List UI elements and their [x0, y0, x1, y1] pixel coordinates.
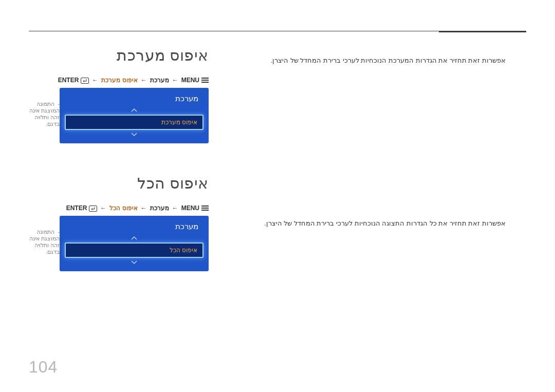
- section-system-reset: איפוס מערכת MENU ← מערכת ← איפוס מערכת ←…: [29, 46, 209, 143]
- enter-icon: [89, 204, 97, 212]
- note-2-text: התמונה המוצגת אינה זהה ותלויה בדגם.: [29, 229, 60, 255]
- section-2-description-block: אפשרות זאת תחזיר את כל הגדרות התצוגה הנו…: [209, 214, 506, 227]
- section-1-description-block: אפשרות זאת תחזיר את הגדרות המערכת הנוכחי…: [209, 51, 506, 64]
- breadcrumb-menu-label: MENU: [181, 77, 199, 84]
- breadcrumb-part1: מערכת: [150, 77, 169, 84]
- osd-1-up-arrow[interactable]: [65, 106, 203, 114]
- top-divider-accent: [439, 31, 526, 32]
- breadcrumb-arrow-2c: ←: [99, 204, 107, 212]
- svg-rect-0: [201, 78, 209, 79]
- breadcrumb-arrow-2b: ←: [140, 204, 148, 212]
- breadcrumb-part1: מערכת: [150, 204, 169, 212]
- breadcrumb-arrow-1a: ←: [171, 77, 179, 84]
- svg-rect-5: [201, 208, 209, 209]
- note-1-text: התמונה המוצגת אינה זהה ותלויה בדגם.: [29, 101, 60, 127]
- page-number: 104: [29, 358, 58, 377]
- breadcrumb-highlight: איפוס הכל: [109, 204, 137, 212]
- svg-rect-6: [201, 210, 209, 211]
- content-row: אפשרות זאת תחזיר את הגדרות המערכת הנוכחי…: [29, 46, 526, 302]
- breadcrumb-enter-label: ENTER: [58, 77, 79, 84]
- section-2-description: אפשרות זאת תחזיר את כל הגדרות התצוגה הנו…: [209, 219, 506, 227]
- svg-rect-2: [201, 82, 209, 83]
- osd-1-item[interactable]: איפוס מערכת: [65, 115, 203, 130]
- menu-icon: [201, 206, 209, 211]
- breadcrumb-highlight: איפוס מערכת: [101, 77, 137, 84]
- osd-2-title: מערכת: [65, 221, 203, 234]
- breadcrumb-arrow-2a: ←: [171, 204, 179, 212]
- page: אפשרות זאת תחזיר את הגדרות המערכת הנוכחי…: [0, 0, 555, 392]
- section-1-description: אפשרות זאת תחזיר את הגדרות המערכת הנוכחי…: [209, 57, 506, 64]
- svg-rect-7: [89, 206, 97, 211]
- osd-2-up-arrow[interactable]: [65, 234, 203, 241]
- osd-1-down-arrow[interactable]: [65, 131, 203, 138]
- breadcrumb-arrow-1c: ←: [91, 77, 99, 84]
- section-2-heading: איפוס הכל: [29, 174, 209, 192]
- breadcrumb-2: MENU ← מערכת ← איפוס הכל ← ENTER: [29, 204, 209, 212]
- osd-panel-2: מערכת איפוס הכל: [60, 216, 209, 271]
- svg-rect-3: [81, 78, 89, 83]
- svg-rect-4: [201, 206, 209, 207]
- menu-icon: [201, 78, 209, 83]
- breadcrumb-arrow-1b: ←: [140, 77, 148, 84]
- descriptions-column: אפשרות זאת תחזיר את הגדרות המערכת הנוכחי…: [209, 46, 526, 302]
- svg-rect-1: [201, 80, 209, 81]
- panels-column: איפוס מערכת MENU ← מערכת ← איפוס מערכת ←…: [29, 46, 209, 302]
- breadcrumb-menu-label: MENU: [181, 204, 199, 212]
- osd-2-item[interactable]: איפוס הכל: [65, 242, 203, 258]
- osd-panel-1: מערכת איפוס מערכת: [60, 88, 209, 143]
- osd-1-title: מערכת: [65, 93, 203, 106]
- breadcrumb-1: MENU ← מערכת ← איפוס מערכת ← ENTER: [29, 77, 209, 84]
- osd-2-down-arrow[interactable]: [65, 259, 203, 266]
- breadcrumb-enter-label: ENTER: [66, 204, 87, 212]
- enter-icon: [81, 77, 89, 84]
- section-1-heading: איפוס מערכת: [29, 46, 209, 64]
- section-reset-all: איפוס הכל MENU ← מערכת ← איפוס הכל ← ENT…: [29, 174, 209, 271]
